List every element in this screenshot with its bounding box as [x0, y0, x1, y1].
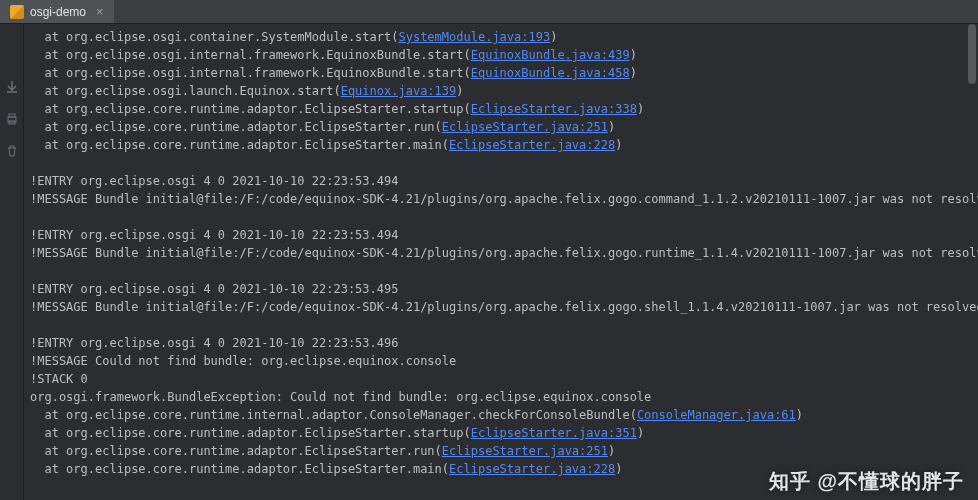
log-message: !MESSAGE Could not find bundle: org.ecli…: [30, 352, 972, 370]
stack-trace-line: at org.eclipse.core.runtime.adaptor.Ecli…: [30, 118, 972, 136]
exception-line: org.osgi.framework.BundleException: Coul…: [30, 388, 972, 406]
tab-label: osgi-demo: [30, 5, 86, 19]
log-message: !MESSAGE Bundle initial@file:/F:/code/eq…: [30, 190, 972, 208]
stack-trace-line: at org.eclipse.osgi.internal.framework.E…: [30, 64, 972, 82]
print-icon[interactable]: [5, 112, 19, 126]
stack-trace-line: at org.eclipse.osgi.launch.Equinox.start…: [30, 82, 972, 100]
console-toolbar: [0, 24, 24, 500]
stack-trace-line: at org.eclipse.osgi.internal.framework.E…: [30, 46, 972, 64]
vertical-scrollbar[interactable]: [968, 24, 976, 84]
stack-trace-line: at org.eclipse.core.runtime.adaptor.Ecli…: [30, 424, 972, 442]
source-link[interactable]: ConsoleManager.java:61: [637, 408, 796, 422]
stack-trace-line: at org.eclipse.core.runtime.adaptor.Ecli…: [30, 136, 972, 154]
log-message: !MESSAGE Bundle initial@file:/F:/code/eq…: [30, 244, 972, 262]
log-entry: !ENTRY org.eclipse.osgi 4 0 2021-10-10 2…: [30, 172, 972, 190]
stack-header: !STACK 0: [30, 370, 972, 388]
source-link[interactable]: EclipseStarter.java:251: [442, 120, 608, 134]
download-icon[interactable]: [5, 80, 19, 94]
log-message: !MESSAGE Bundle initial@file:/F:/code/eq…: [30, 298, 972, 316]
source-link[interactable]: EquinoxBundle.java:439: [471, 48, 630, 62]
svg-rect-1: [9, 114, 15, 117]
stack-trace-line: at org.eclipse.core.runtime.adaptor.Ecli…: [30, 442, 972, 460]
delete-icon[interactable]: [5, 144, 19, 158]
source-link[interactable]: Equinox.java:139: [341, 84, 457, 98]
source-link[interactable]: EclipseStarter.java:351: [471, 426, 637, 440]
log-entry: !ENTRY org.eclipse.osgi 4 0 2021-10-10 2…: [30, 280, 972, 298]
close-icon[interactable]: ×: [96, 4, 104, 19]
source-link[interactable]: EclipseStarter.java:228: [449, 462, 615, 476]
stack-trace-line: at org.eclipse.core.runtime.adaptor.Ecli…: [30, 100, 972, 118]
log-entry: !ENTRY org.eclipse.osgi 4 0 2021-10-10 2…: [30, 334, 972, 352]
stack-trace-line: at org.eclipse.osgi.container.SystemModu…: [30, 28, 972, 46]
run-config-icon: [10, 5, 24, 19]
source-link[interactable]: EclipseStarter.java:228: [449, 138, 615, 152]
source-link[interactable]: EquinoxBundle.java:458: [471, 66, 630, 80]
source-link[interactable]: SystemModule.java:193: [398, 30, 550, 44]
log-entry: !ENTRY org.eclipse.osgi 4 0 2021-10-10 2…: [30, 226, 972, 244]
tab-osgi-demo[interactable]: osgi-demo ×: [0, 0, 114, 23]
console-output[interactable]: at org.eclipse.osgi.container.SystemModu…: [24, 24, 978, 500]
tab-bar: osgi-demo ×: [0, 0, 978, 24]
source-link[interactable]: EclipseStarter.java:338: [471, 102, 637, 116]
stack-trace-line: at org.eclipse.core.runtime.adaptor.Ecli…: [30, 460, 972, 478]
source-link[interactable]: EclipseStarter.java:251: [442, 444, 608, 458]
stack-trace-line: at org.eclipse.core.runtime.internal.ada…: [30, 406, 972, 424]
